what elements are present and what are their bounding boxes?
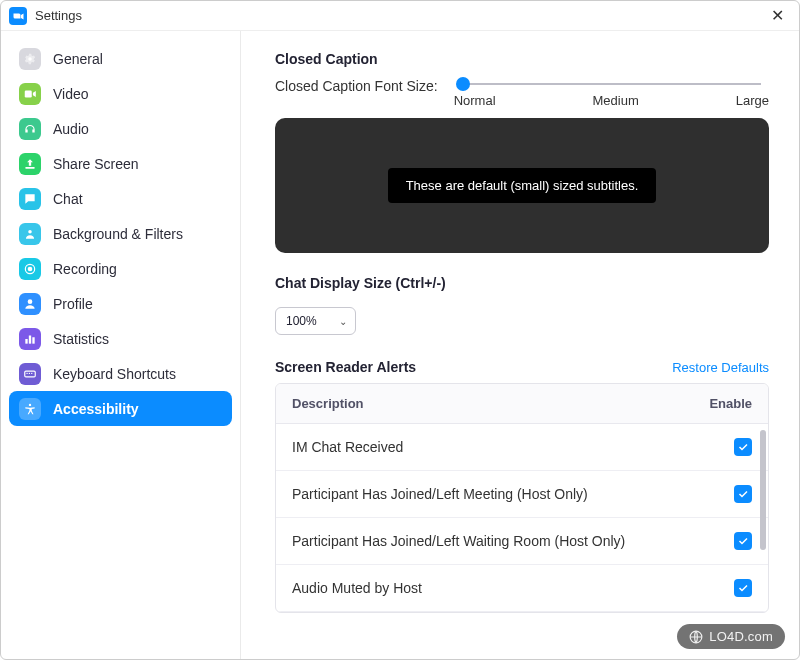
alerts-heading: Screen Reader Alerts bbox=[275, 359, 416, 375]
alerts-table: Description Enable IM Chat Received Part… bbox=[275, 383, 769, 613]
accessibility-icon bbox=[19, 398, 41, 420]
share-icon bbox=[19, 153, 41, 175]
watermark: LO4D.com bbox=[677, 624, 785, 649]
chat-display-heading: Chat Display Size (Ctrl+/-) bbox=[275, 275, 769, 291]
alert-row: Participant Has Joined/Left Meeting (Hos… bbox=[276, 471, 768, 518]
sidebar-item-label: Accessibility bbox=[53, 401, 139, 417]
svg-point-5 bbox=[28, 266, 33, 271]
headphones-icon bbox=[19, 118, 41, 140]
col-description: Description bbox=[292, 396, 682, 411]
sidebar-item-share-screen[interactable]: Share Screen bbox=[9, 146, 232, 181]
slider-track bbox=[462, 83, 761, 85]
sidebar-item-audio[interactable]: Audio bbox=[9, 111, 232, 146]
alert-description: Participant Has Joined/Left Waiting Room… bbox=[292, 533, 682, 549]
sidebar-item-accessibility[interactable]: Accessibility bbox=[9, 391, 232, 426]
sidebar-item-label: Keyboard Shortcuts bbox=[53, 366, 176, 382]
sidebar-item-keyboard[interactable]: Keyboard Shortcuts bbox=[9, 356, 232, 391]
video-icon bbox=[19, 83, 41, 105]
font-size-label: Closed Caption Font Size: bbox=[275, 78, 438, 94]
stats-icon bbox=[19, 328, 41, 350]
titlebar: Settings ✕ bbox=[1, 1, 799, 31]
slider-label-medium: Medium bbox=[593, 93, 639, 108]
sidebar-item-label: Chat bbox=[53, 191, 83, 207]
sidebar-item-chat[interactable]: Chat bbox=[9, 181, 232, 216]
window-title: Settings bbox=[35, 8, 82, 23]
svg-point-3 bbox=[28, 229, 32, 233]
sidebar-item-video[interactable]: Video bbox=[9, 76, 232, 111]
background-icon bbox=[19, 223, 41, 245]
alert-checkbox[interactable] bbox=[734, 579, 752, 597]
slider-labels: Normal Medium Large bbox=[454, 93, 769, 108]
svg-rect-13 bbox=[31, 372, 32, 373]
font-size-row: Closed Caption Font Size: Normal Medium … bbox=[275, 77, 769, 108]
closed-caption-heading: Closed Caption bbox=[275, 51, 769, 67]
globe-icon bbox=[689, 630, 703, 644]
chevron-down-icon: ⌄ bbox=[339, 316, 347, 327]
chat-display-select[interactable]: 100% ⌄ bbox=[275, 307, 356, 335]
sidebar-item-label: Background & Filters bbox=[53, 226, 183, 242]
sidebar-item-label: Video bbox=[53, 86, 89, 102]
svg-rect-8 bbox=[29, 335, 31, 343]
gear-icon bbox=[19, 48, 41, 70]
svg-rect-12 bbox=[29, 372, 30, 373]
record-icon bbox=[19, 258, 41, 280]
main-panel: Closed Caption Closed Caption Font Size:… bbox=[241, 31, 799, 659]
alert-description: IM Chat Received bbox=[292, 439, 682, 455]
chat-icon bbox=[19, 188, 41, 210]
sidebar-item-label: General bbox=[53, 51, 103, 67]
slider-label-large: Large bbox=[736, 93, 769, 108]
svg-rect-11 bbox=[27, 372, 28, 373]
caption-preview: These are default (small) sized subtitle… bbox=[275, 118, 769, 253]
zoom-app-icon bbox=[9, 7, 27, 25]
chat-display-value: 100% bbox=[286, 314, 317, 328]
alert-row: Audio Muted by Host bbox=[276, 565, 768, 612]
slider-thumb[interactable] bbox=[456, 77, 470, 91]
caption-preview-text: These are default (small) sized subtitle… bbox=[388, 168, 657, 203]
alert-checkbox[interactable] bbox=[734, 532, 752, 550]
svg-point-6 bbox=[28, 299, 33, 304]
slider-label-normal: Normal bbox=[454, 93, 496, 108]
svg-rect-1 bbox=[25, 90, 32, 97]
alert-checkbox[interactable] bbox=[734, 485, 752, 503]
alert-checkbox[interactable] bbox=[734, 438, 752, 456]
svg-rect-9 bbox=[32, 337, 34, 343]
keyboard-icon bbox=[19, 363, 41, 385]
alert-description: Participant Has Joined/Left Meeting (Hos… bbox=[292, 486, 682, 502]
sidebar-item-label: Statistics bbox=[53, 331, 109, 347]
col-enable: Enable bbox=[682, 396, 752, 411]
alert-description: Audio Muted by Host bbox=[292, 580, 682, 596]
alert-row: Participant Has Joined/Left Waiting Room… bbox=[276, 518, 768, 565]
restore-defaults-link[interactable]: Restore Defaults bbox=[672, 360, 769, 375]
alert-row: IM Chat Received bbox=[276, 424, 768, 471]
sidebar-item-general[interactable]: General bbox=[9, 41, 232, 76]
svg-rect-2 bbox=[25, 166, 34, 168]
alerts-table-header: Description Enable bbox=[276, 384, 768, 424]
sidebar-item-background[interactable]: Background & Filters bbox=[9, 216, 232, 251]
sidebar-item-profile[interactable]: Profile bbox=[9, 286, 232, 321]
sidebar-item-label: Share Screen bbox=[53, 156, 139, 172]
sidebar-item-statistics[interactable]: Statistics bbox=[9, 321, 232, 356]
sidebar-item-label: Recording bbox=[53, 261, 117, 277]
font-size-slider[interactable]: Normal Medium Large bbox=[454, 77, 769, 108]
watermark-text: LO4D.com bbox=[709, 629, 773, 644]
sidebar-item-label: Profile bbox=[53, 296, 93, 312]
svg-rect-7 bbox=[25, 339, 27, 344]
sidebar-item-recording[interactable]: Recording bbox=[9, 251, 232, 286]
sidebar-item-label: Audio bbox=[53, 121, 89, 137]
svg-point-14 bbox=[29, 403, 31, 405]
settings-sidebar: General Video Audio Share Screen Chat bbox=[1, 31, 241, 659]
table-scrollbar[interactable] bbox=[760, 430, 766, 550]
profile-icon bbox=[19, 293, 41, 315]
close-button[interactable]: ✕ bbox=[763, 2, 791, 30]
